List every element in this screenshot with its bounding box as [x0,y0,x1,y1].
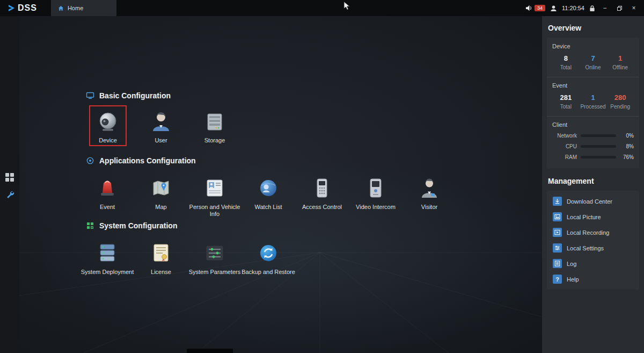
device-dome-camera-icon [81,109,135,133]
tile-label: User [134,137,188,144]
logo-text: DSS [18,3,37,13]
meter-track [581,145,616,148]
watch-list-globe-icon [241,175,295,200]
tile-label: License [134,269,188,276]
event-siren-icon [80,175,134,200]
video-intercom-icon [349,175,402,200]
tile-label: Device [81,137,135,144]
tile-system-parameters[interactable]: System Parameters [188,240,241,276]
access-control-icon [295,175,349,200]
divider [547,77,639,77]
user-icon [134,109,188,133]
stat-device-total: 8 Total [552,54,580,70]
tile-watch-list[interactable]: Watch List [241,175,295,211]
tile-label: System Deployment [80,269,134,276]
restore-button[interactable] [614,3,624,13]
main-area: Basic Configuration Device [19,16,542,353]
system-deployment-icon [80,240,134,265]
system-parameters-icon [188,240,241,265]
tile-label: Watch List [241,204,295,211]
management-item-local-settings[interactable]: Local Settings [547,240,639,256]
divider [547,116,639,117]
tile-label: Access Control [295,204,349,211]
tile-label: Backup and Restore [241,269,295,276]
stat-device-online: 7 Online [580,54,607,70]
target-icon [86,156,94,165]
management-item-help[interactable]: ? Help [547,271,639,287]
tile-storage[interactable]: Storage [188,109,241,144]
tile-label: Video Intercom [349,204,402,211]
section-title: System Configuration [99,221,177,230]
help-icon: ? [553,275,562,284]
recording-icon [553,228,562,237]
titlebar: DSS Home 34 11:20:54 [0,0,644,16]
titlebar-right: 34 11:20:54 − × [525,3,644,13]
map-icon [134,175,188,200]
tile-video-intercom[interactable]: Video Intercom [349,175,402,211]
section-basic-configuration: Basic Configuration [86,91,171,100]
apps-grid-glyph [5,173,14,182]
overview-event-label: Event [552,82,634,89]
tile-user[interactable]: User [134,109,188,144]
speaker-icon [525,5,533,11]
tile-system-deployment[interactable]: System Deployment [80,240,134,276]
tile-label: Map [134,204,188,211]
settings-icon [553,243,562,253]
stat-event-processed: 1 Processed [580,93,607,110]
tile-backup-and-restore[interactable]: Backup and Restore [241,240,295,276]
tile-map[interactable]: Map [134,175,188,211]
left-rail [0,16,19,353]
tile-license[interactable]: License [134,240,188,276]
picture-icon [553,212,562,221]
section-title: Basic Configuration [99,91,171,100]
management-item-log[interactable]: Log [547,256,639,271]
tile-event[interactable]: Event [80,175,134,211]
tools-wrench-icon[interactable] [4,189,15,200]
overview-client-label: Client [552,121,634,128]
home-icon [58,5,64,11]
apps-grid-icon[interactable] [4,172,15,183]
storage-icon [188,109,241,133]
visitor-icon [402,175,456,200]
stat-event-pending: 280 Pending [606,93,634,110]
section-applications-configuration: Applications Configuration [86,156,196,165]
log-icon [553,259,562,268]
management-item-local-recording[interactable]: Local Recording [547,225,639,240]
alarm-count-badge: 34 [535,5,545,11]
device-stats: 8 Total 7 Online 1 Offline [552,54,634,70]
overview-device-label: Device [552,43,634,49]
management-item-local-picture[interactable]: Local Picture [547,209,639,225]
meter-track [581,134,616,137]
right-panel: Overview Device 8 Total 7 Online 1 Offli… [542,16,644,353]
tile-visitor[interactable]: Visitor [402,175,456,211]
tab-home-label: Home [68,5,83,11]
person-vehicle-info-icon [188,175,241,200]
taskbar-peek-artifact [187,349,233,353]
stat-device-offline: 1 Offline [606,54,634,70]
section-title: Applications Configuration [99,156,196,165]
account-icon[interactable] [550,5,557,12]
tile-label: System Parameters [188,269,241,276]
close-button[interactable]: × [629,3,639,13]
wrench-glyph [5,190,14,199]
grid-green-icon [86,221,94,230]
overview-title: Overview [548,24,638,32]
management-title: Management [548,177,638,185]
tile-person-vehicle-info[interactable]: Person and Vehicle Info [188,175,241,218]
tile-label: Event [80,204,134,211]
license-icon [134,240,188,265]
lock-icon[interactable] [589,5,595,12]
alarm-center-button[interactable]: 34 [525,5,545,11]
tile-device[interactable]: Device [81,109,135,144]
dss-logo: DSS [8,3,37,13]
tile-access-control[interactable]: Access Control [295,175,349,211]
management-item-download-center[interactable]: Download Center [547,193,639,209]
restore-icon [617,6,622,11]
stat-event-total: 281 Total [552,93,580,110]
section-system-configuration: System Configuration [86,221,177,230]
dss-home-screen: DSS Home 34 11:20:54 [0,0,644,353]
tile-label: Visitor [402,204,456,211]
monitor-icon [86,91,94,100]
minimize-button[interactable]: − [600,3,610,13]
tab-home[interactable]: Home [51,0,116,16]
